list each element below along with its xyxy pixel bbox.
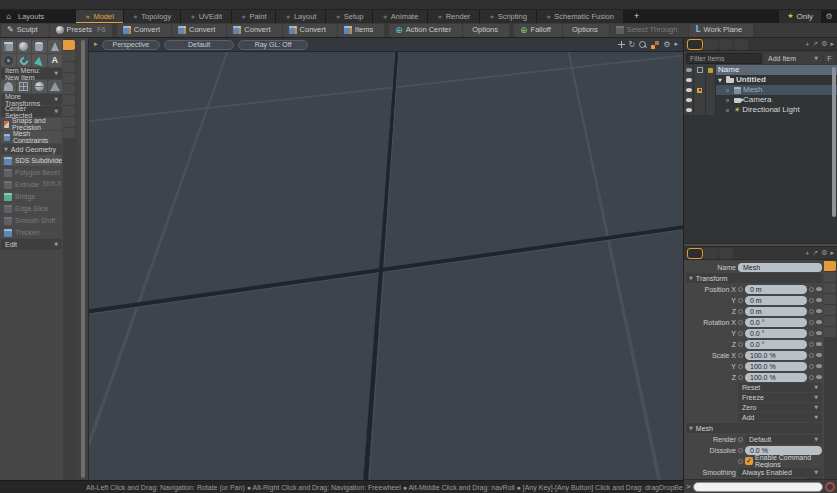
transform-value-field[interactable]: 100.0 %	[745, 362, 807, 371]
mesh-section-header[interactable]: Mesh	[686, 423, 822, 433]
channel-eye-icon[interactable]	[816, 342, 822, 346]
geometry-tool-button[interactable]: Thicken	[1, 227, 62, 238]
pan-icon[interactable]	[618, 41, 625, 48]
toolbar-button[interactable]: Convert	[227, 24, 281, 37]
properties-tab[interactable]	[687, 248, 703, 259]
add-layout-tab-button[interactable]: +	[624, 12, 649, 21]
transform-value-field[interactable]: 0.0 °	[745, 318, 807, 327]
item-name-cell[interactable]: ▼ Untitled	[716, 75, 837, 85]
channel-eye-icon[interactable]	[816, 309, 822, 313]
filter-items-input[interactable]: Filter Items	[686, 53, 762, 64]
channel-state-dot[interactable]	[809, 375, 814, 380]
primitive-button[interactable]	[48, 40, 63, 53]
geometry-tool-button[interactable]: Polygon Bevel Shift-B	[1, 167, 62, 178]
add-geometry-header[interactable]: Add Geometry	[1, 144, 62, 154]
channel-reset-dot[interactable]	[738, 320, 743, 325]
scene-tab[interactable]	[734, 39, 748, 50]
lock-cell[interactable]	[706, 105, 716, 115]
primitive-button[interactable]	[1, 40, 16, 53]
sidebar-tab[interactable]	[63, 51, 75, 61]
center-selected-dropdown[interactable]: Center Selected	[1, 106, 62, 117]
lock-cell[interactable]	[706, 95, 716, 105]
primitive-button[interactable]	[17, 80, 32, 93]
visibility-cell[interactable]	[684, 105, 694, 115]
properties-tab[interactable]	[719, 248, 733, 259]
channel-reset-dot[interactable]	[738, 298, 743, 303]
properties-side-tab[interactable]	[824, 272, 836, 282]
channel-state-dot[interactable]	[809, 353, 814, 358]
gl-canvas[interactable]: ↻ x y	[89, 52, 683, 480]
primitive-button[interactable]	[48, 80, 63, 93]
primitive-button[interactable]	[1, 54, 16, 67]
command-history-button[interactable]	[825, 482, 835, 492]
sidebar-tab[interactable]	[63, 95, 75, 105]
toolbar-button[interactable]: Options	[563, 24, 609, 37]
layout-tab[interactable]: ★ Model	[76, 10, 124, 23]
eye-icon[interactable]	[686, 98, 692, 102]
viewport-menu-icon[interactable]: ▸	[94, 41, 98, 48]
primitive-button[interactable]	[17, 54, 32, 67]
item-row[interactable]: ▼ Untitled	[684, 75, 837, 85]
primitive-button[interactable]	[1, 80, 16, 93]
name-field[interactable]: Mesh	[738, 263, 822, 272]
channel-state-dot[interactable]	[809, 342, 814, 347]
render-dropdown[interactable]: Default	[745, 435, 822, 444]
panel-arrow-icon[interactable]: ▸	[830, 250, 834, 257]
channel-reset-dot[interactable]	[738, 309, 743, 314]
layout-tab[interactable]: ★ Topology	[124, 10, 181, 23]
toolbar-button[interactable]: Sculpt	[1, 24, 49, 37]
transform-value-field[interactable]: 0.0 °	[745, 340, 807, 349]
primitive-button[interactable]	[48, 54, 63, 67]
transform-value-field[interactable]: 0 m	[745, 307, 807, 316]
scene-tab[interactable]	[704, 39, 718, 50]
channel-reset-dot[interactable]	[738, 331, 743, 336]
sidebar-tab[interactable]	[63, 84, 75, 94]
layer-cell[interactable]	[694, 85, 706, 95]
channel-reset-dot[interactable]	[738, 459, 743, 464]
visibility-cell[interactable]	[684, 85, 694, 95]
transform-value-field[interactable]: 100.0 %	[745, 351, 807, 360]
viewport-settings-gear-icon[interactable]: ⚙	[663, 41, 670, 49]
sidebar-tab[interactable]	[63, 73, 75, 83]
channel-eye-icon[interactable]	[816, 287, 822, 291]
toolbar-button[interactable]: Convert	[172, 24, 226, 37]
layout-tab[interactable]: ★ Scripting	[480, 10, 537, 23]
primitive-button[interactable]	[32, 80, 47, 93]
layouts-label[interactable]: Layouts	[18, 13, 76, 21]
visibility-cell[interactable]	[684, 95, 694, 105]
layer-cell[interactable]	[694, 75, 706, 85]
home-icon[interactable]: ⌂	[0, 13, 18, 21]
add-item-dropdown[interactable]: Add Item	[764, 53, 822, 64]
scene-tab[interactable]	[687, 39, 703, 50]
channel-reset-dot[interactable]	[738, 448, 743, 453]
lock-cell[interactable]	[706, 75, 716, 85]
geometry-tool-button[interactable]: SDS Subdivide 2X	[1, 155, 62, 166]
transform-action-dropdown[interactable]: Add	[738, 413, 822, 422]
zoom-icon[interactable]	[639, 41, 647, 49]
add-tab-button[interactable]: +	[805, 250, 809, 257]
panel-arrow-icon[interactable]: ▸	[830, 41, 834, 48]
channel-state-dot[interactable]	[809, 331, 814, 336]
layout-tab[interactable]: ★ Render	[428, 10, 480, 23]
geometry-tool-button[interactable]: Smooth Shift	[1, 215, 62, 226]
layout-tab[interactable]: ★ UVEdit	[181, 10, 232, 23]
transform-value-field[interactable]: 0.0 °	[745, 329, 807, 338]
panel-gear-icon[interactable]: ⚙	[821, 41, 827, 48]
channel-state-dot[interactable]	[809, 287, 814, 292]
eye-icon[interactable]	[686, 88, 692, 92]
filter-preset-button[interactable]: F	[824, 53, 835, 64]
geometry-tool-button[interactable]: Extrude Shift-X	[1, 179, 62, 190]
sidebar-tab[interactable]	[63, 106, 75, 116]
toolbar-button[interactable]: Presets F6	[50, 24, 112, 37]
channel-state-dot[interactable]	[809, 298, 814, 303]
transform-value-field[interactable]: 100.0 %	[745, 373, 807, 382]
toolbar-button[interactable]: Falloff	[514, 24, 562, 37]
toolbar-button[interactable]: Options	[463, 24, 509, 37]
transform-value-field[interactable]: 0 m	[745, 296, 807, 305]
properties-side-tab[interactable]	[824, 283, 836, 293]
transform-section-header[interactable]: Transform	[686, 273, 822, 283]
viewport-more-arrow-icon[interactable]: ▸	[674, 41, 678, 48]
name-column-header[interactable]: Name	[716, 65, 837, 75]
geometry-tool-button[interactable]: Edge Slice	[1, 203, 62, 214]
layout-tab[interactable]: ★ Schematic Fusion	[537, 10, 624, 23]
